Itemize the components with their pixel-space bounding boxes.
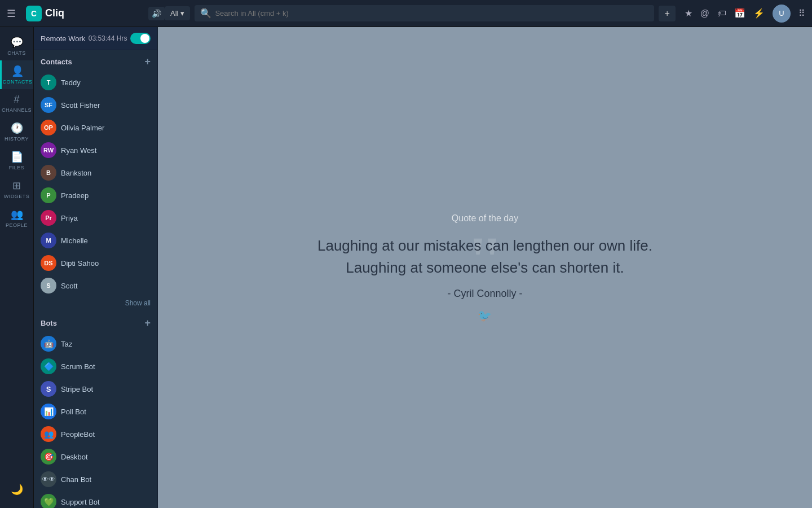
avatar: Pr [41, 210, 56, 226]
contact-item[interactable]: Pr Priya [34, 207, 157, 229]
bot-name: PeopleBot [61, 430, 95, 439]
contact-item[interactable]: B Bankston [34, 161, 157, 184]
bot-item[interactable]: S Stripe Bot [34, 378, 157, 400]
search-filter-dropdown[interactable]: All ▾ [165, 6, 190, 20]
history-label: HISTORY [5, 136, 29, 142]
calendar-icon[interactable]: 📅 [734, 8, 745, 19]
avatar: M [41, 233, 56, 248]
user-avatar[interactable]: U [773, 5, 791, 23]
bot-item[interactable]: 💚 Support Bot [34, 491, 157, 508]
bot-avatar: 🔷 [41, 358, 56, 374]
avatar: RW [41, 142, 56, 158]
avatar: T [41, 75, 56, 90]
people-icon: 👥 [11, 208, 23, 221]
sidebar-icons: 💬 CHATS 👤 CONTACTS # CHANNELS 🕐 HISTORY … [0, 27, 34, 508]
bots-add-button[interactable]: + [144, 317, 151, 329]
contact-name: Scott Fisher [61, 101, 100, 110]
bot-item[interactable]: 🤖 Taz [34, 332, 157, 355]
search-add-button[interactable]: + [659, 6, 675, 21]
topbar-search: All ▾ 🔍 + [165, 5, 676, 21]
apps-grid-icon[interactable]: ⠿ [798, 8, 805, 19]
remote-work-title: Remote Work [41, 34, 85, 43]
avatar: SF [41, 97, 56, 113]
contact-name: Priya [61, 214, 78, 222]
contact-item[interactable]: M Michelle [34, 229, 157, 252]
avatar: OP [41, 120, 56, 135]
sidebar-item-files[interactable]: 📄 FILES [0, 146, 33, 175]
bot-item[interactable]: 🔷 Scrum Bot [34, 355, 157, 378]
contact-name: Pradeep [61, 191, 89, 200]
lightning-icon[interactable]: ⚡ [753, 8, 765, 19]
hamburger-icon[interactable]: ☰ [7, 7, 20, 20]
quote-line2: Laughing at someone else's can shorten i… [346, 259, 624, 276]
contact-name: Dipti Sahoo [61, 259, 99, 268]
sidebar-item-contacts[interactable]: 👤 CONTACTS [0, 60, 33, 89]
bot-avatar: 💚 [41, 494, 56, 508]
contact-item[interactable]: P Pradeep [34, 184, 157, 207]
bots-section-header: Bots + [34, 312, 157, 332]
contact-name: Olivia Palmer [61, 124, 104, 132]
logo-area: C Cliq [26, 6, 64, 21]
remote-work-timer: 03:53:44 Hrs [89, 34, 127, 42]
bot-name: Poll Bot [61, 408, 86, 416]
chats-icon: 💬 [11, 36, 23, 49]
contact-name: Bankston [61, 169, 91, 177]
contacts-add-button[interactable]: + [144, 56, 151, 68]
bot-name: Scrum Bot [61, 362, 95, 371]
bot-avatar: 🤖 [41, 336, 56, 352]
bot-item[interactable]: 👁👁 Chan Bot [34, 468, 157, 491]
files-icon: 📄 [11, 151, 23, 163]
bot-avatar: 🎯 [41, 449, 56, 465]
sound-icon[interactable]: 🔊 [148, 7, 165, 20]
bot-name: Support Bot [61, 498, 100, 506]
contact-name: Scott [61, 282, 78, 290]
logo-icon: C [26, 6, 42, 21]
bot-avatar: 📊 [41, 404, 56, 419]
contact-item[interactable]: SF Scott Fisher [34, 94, 157, 116]
search-filter-label: All [170, 9, 178, 17]
contacts-section-header: Contacts + [34, 50, 157, 71]
bot-name: Taz [61, 340, 72, 348]
sidebar-item-channels[interactable]: # CHANNELS [0, 89, 33, 117]
contact-item[interactable]: OP Olivia Palmer [34, 116, 157, 139]
show-all-contacts[interactable]: Show all [34, 297, 157, 312]
widgets-icon: ⊞ [12, 179, 21, 192]
sidebar-item-widgets[interactable]: ⊞ WIDGETS [0, 175, 33, 204]
contact-item[interactable]: S Scott [34, 274, 157, 297]
quote-container: Quote of the day Laughing at our mistake… [295, 191, 675, 345]
main-layout: 💬 CHATS 👤 CONTACTS # CHANNELS 🕐 HISTORY … [0, 27, 812, 508]
twitter-icon[interactable]: 🐦 [317, 309, 652, 322]
channels-icon: # [14, 94, 19, 106]
moon-icon[interactable]: 🌙 [5, 478, 29, 501]
mention-icon[interactable]: @ [700, 8, 709, 19]
avatar: P [41, 187, 56, 203]
bot-item[interactable]: 📊 Poll Bot [34, 400, 157, 423]
bot-avatar: 👥 [41, 426, 56, 442]
contacts-panel: Remote Work 03:53:44 Hrs Contacts + T Te… [34, 27, 158, 508]
contacts-list: T Teddy SF Scott Fisher OP Olivia Palmer… [34, 71, 157, 297]
quote-line1: Laughing at our mistakes can lengthen ou… [317, 237, 652, 254]
history-icon: 🕐 [11, 122, 23, 134]
bot-item[interactable]: 🎯 Deskbot [34, 445, 157, 468]
bot-item[interactable]: 👥 PeopleBot [34, 423, 157, 445]
remote-work-toggle[interactable] [130, 33, 151, 44]
contact-name: Michelle [61, 237, 88, 245]
avatar: B [41, 165, 56, 181]
files-label: FILES [9, 165, 25, 170]
bots-list: 🤖 Taz 🔷 Scrum Bot S Stripe Bot 📊 Poll Bo… [34, 332, 157, 508]
sidebar-item-history[interactable]: 🕐 HISTORY [0, 117, 33, 146]
search-input-wrap: 🔍 [195, 5, 654, 21]
contact-item[interactable]: T Teddy [34, 71, 157, 94]
contact-item[interactable]: RW Ryan West [34, 139, 157, 161]
search-input[interactable] [215, 9, 648, 17]
star-icon[interactable]: ★ [685, 8, 692, 19]
contact-name: Ryan West [61, 146, 96, 155]
quote-text: Laughing at our mistakes can lengthen ou… [317, 235, 652, 279]
sidebar-item-people[interactable]: 👥 PEOPLE [0, 204, 33, 233]
widgets-label: WIDGETS [4, 194, 30, 199]
sidebar-item-chats[interactable]: 💬 CHATS [0, 32, 33, 60]
tag-icon[interactable]: 🏷 [717, 8, 726, 19]
contacts-section-title: Contacts [41, 58, 72, 66]
main-content: " Quote of the day Laughing at our mista… [158, 27, 812, 508]
contact-item[interactable]: DS Dipti Sahoo [34, 252, 157, 274]
